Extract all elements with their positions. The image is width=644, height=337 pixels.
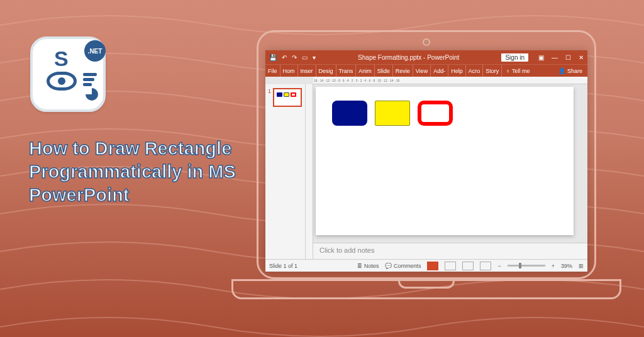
blue-rounded-rectangle-shape[interactable]	[332, 101, 367, 126]
vertical-ruler	[306, 84, 313, 259]
tab-file[interactable]: File	[265, 65, 280, 77]
slide-thumbnail-1[interactable]	[273, 88, 302, 107]
logo-eye-icon	[47, 72, 77, 91]
redo-icon[interactable]: ↷	[292, 54, 297, 61]
tab-animations[interactable]: Anim	[356, 65, 375, 77]
zoom-in-button[interactable]: +	[552, 263, 555, 269]
laptop-base	[231, 279, 621, 299]
powerpoint-window: 💾 ↶ ↷ ▭ ▾ Shape Formatting.pptx - PowerP…	[265, 50, 587, 272]
tab-design[interactable]: Desig	[316, 65, 336, 77]
slide-1[interactable]	[316, 87, 574, 235]
tab-slideshow[interactable]: Slide	[375, 65, 393, 77]
tab-acrobat[interactable]: Acro	[466, 65, 484, 77]
start-slideshow-icon[interactable]: ▭	[302, 54, 308, 61]
undo-icon[interactable]: ↶	[282, 54, 287, 61]
dotnet-badge: .NET	[84, 40, 106, 62]
laptop-notch	[398, 280, 455, 289]
notes-pane[interactable]: Click to add notes	[313, 243, 587, 259]
ribbon-options-icon[interactable]: ▣	[538, 54, 544, 61]
sign-in-button[interactable]: Sign in	[501, 53, 528, 62]
notes-placeholder: Click to add notes	[319, 246, 374, 254]
slide-canvas-area[interactable]	[313, 84, 587, 243]
status-bar: Slide 1 of 1 ≣ Notes 💬 Comments − + 39% …	[265, 259, 587, 272]
laptop-camera-icon	[423, 38, 430, 46]
share-button[interactable]: 👤 Share	[553, 65, 587, 77]
minimize-icon[interactable]: —	[552, 54, 558, 61]
slide-thumbnail-panel: 1	[265, 84, 306, 259]
comments-toggle[interactable]: 💬 Comments	[385, 263, 421, 269]
product-logo-card: S .NET	[30, 36, 106, 112]
normal-view-button[interactable]	[427, 262, 438, 270]
share-label: Share	[567, 68, 582, 74]
slideshow-view-button[interactable]	[480, 262, 491, 270]
article-headline: How to Draw Rectangle Programmatically i…	[29, 137, 236, 207]
tab-review[interactable]: Revie	[393, 65, 413, 77]
zoom-out-button[interactable]: −	[497, 263, 501, 269]
save-icon[interactable]: 💾	[269, 54, 277, 61]
tab-transitions[interactable]: Trans	[336, 65, 357, 77]
tell-me-label: Tell me	[512, 68, 530, 74]
red-outline-rectangle-shape[interactable]	[418, 101, 453, 126]
tab-view[interactable]: View	[413, 65, 431, 77]
yellow-rectangle-shape[interactable]	[375, 101, 410, 126]
logo-pie-icon	[86, 88, 98, 101]
qat-dropdown-icon[interactable]: ▾	[313, 54, 316, 61]
slide-counter[interactable]: Slide 1 of 1	[269, 263, 297, 269]
title-bar: 💾 ↶ ↷ ▭ ▾ Shape Formatting.pptx - PowerP…	[265, 50, 587, 64]
share-icon: 👤	[558, 68, 565, 74]
document-title: Shape Formatting.pptx - PowerPoint	[319, 54, 497, 61]
tab-addins[interactable]: Add-	[431, 65, 448, 77]
fit-to-window-icon[interactable]: ⊞	[579, 263, 584, 269]
ribbon-tabs: File Hom Inser Desig Trans Anim Slide Re…	[265, 64, 587, 77]
sorter-view-button[interactable]	[445, 262, 456, 270]
thumbnail-number: 1	[268, 88, 271, 107]
logo-letter: S	[54, 47, 69, 71]
close-icon[interactable]: ✕	[579, 54, 584, 61]
zoom-slider[interactable]	[508, 265, 545, 267]
laptop-illustration: 💾 ↶ ↷ ▭ ▾ Shape Formatting.pptx - PowerP…	[231, 30, 621, 319]
tab-home[interactable]: Hom	[280, 65, 298, 77]
reading-view-button[interactable]	[462, 262, 474, 270]
zoom-percent[interactable]: 39%	[561, 263, 572, 269]
notes-toggle[interactable]: ≣ Notes	[357, 263, 379, 269]
tab-storyboard[interactable]: Story	[483, 65, 502, 77]
horizontal-ruler: 16 · 14 · 12 · 10 · 8 · 6 · 4 · 2 · 0 · …	[313, 77, 587, 84]
logo-bars-icon	[83, 73, 97, 86]
lightbulb-icon: ♀	[506, 68, 510, 74]
tab-help[interactable]: Help	[448, 65, 466, 77]
tab-insert[interactable]: Inser	[298, 65, 316, 77]
maximize-icon[interactable]: ☐	[565, 54, 571, 61]
tell-me-search[interactable]: ♀ Tell me	[502, 65, 533, 77]
